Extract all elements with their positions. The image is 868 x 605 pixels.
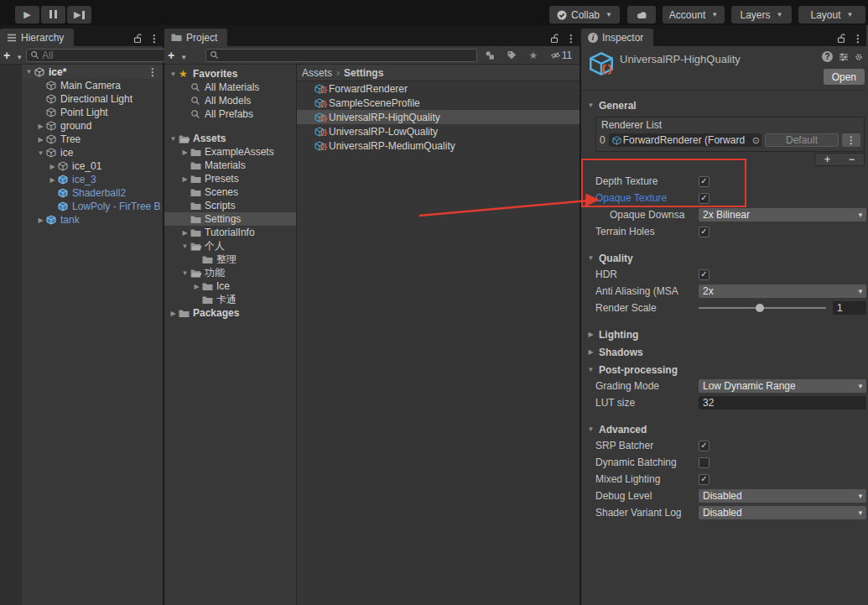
gear-icon[interactable] bbox=[855, 52, 863, 62]
asset-item[interactable]: {}ForwardRenderer bbox=[297, 81, 580, 96]
breadcrumb-current[interactable]: Settings bbox=[344, 67, 383, 79]
foldout-icon[interactable] bbox=[179, 269, 190, 277]
panel-menu-icon[interactable]: ⋮ bbox=[566, 34, 576, 44]
section-advanced[interactable]: Advanced bbox=[581, 421, 866, 437]
project-tree-item[interactable]: TutorialInfo bbox=[164, 226, 296, 239]
foldout-icon[interactable] bbox=[23, 68, 34, 76]
search-by-type-button[interactable] bbox=[481, 48, 499, 63]
project-tree-item[interactable]: 卡通 bbox=[164, 293, 296, 306]
opaque-downsampling-dropdown[interactable]: 2x Bilinear ▼ bbox=[699, 208, 866, 222]
account-dropdown[interactable]: Account ▼ bbox=[663, 6, 725, 23]
asset-item[interactable]: {}SampleSceneProfile bbox=[297, 96, 580, 110]
panel-menu-icon[interactable]: ⋮ bbox=[853, 34, 863, 44]
tab-project[interactable]: Project bbox=[164, 29, 227, 46]
section-general[interactable]: General bbox=[581, 97, 866, 113]
unlock-icon[interactable] bbox=[133, 34, 143, 44]
layers-dropdown[interactable]: Layers ▼ bbox=[731, 6, 792, 23]
create-button[interactable]: +▼ bbox=[3, 49, 23, 62]
layout-dropdown[interactable]: Layout ▼ bbox=[798, 6, 865, 23]
render-scale-value[interactable]: 1 bbox=[833, 301, 866, 315]
hierarchy-item[interactable]: Shaderball2 bbox=[0, 186, 163, 200]
foldout-icon[interactable] bbox=[35, 123, 46, 130]
step-button[interactable]: ▶ bbox=[67, 6, 91, 23]
mixed-lighting-checkbox[interactable]: ✓ bbox=[699, 474, 709, 485]
hierarchy-item[interactable]: ground bbox=[0, 119, 163, 133]
project-tree-item[interactable]: Ice bbox=[164, 279, 296, 293]
hierarchy-search[interactable] bbox=[26, 49, 176, 62]
breadcrumb-root[interactable]: Assets bbox=[302, 67, 332, 79]
section-lighting[interactable]: Lighting bbox=[581, 326, 866, 342]
renderer-object-field[interactable]: ForwardRenderer (Forward ⊙ bbox=[609, 133, 761, 147]
project-tree-item[interactable]: 个人 bbox=[164, 239, 296, 253]
opaque-texture-checkbox[interactable]: ✓ bbox=[699, 193, 709, 204]
hidden-packages-button[interactable]: 11 bbox=[546, 48, 576, 63]
project-tree-item[interactable]: ExampleAssets bbox=[164, 145, 296, 159]
hierarchy-item[interactable]: ice bbox=[0, 146, 163, 159]
anti-aliasing-dropdown[interactable]: 2x ▼ bbox=[699, 284, 866, 298]
panel-menu-icon[interactable]: ⋮ bbox=[149, 34, 159, 44]
project-tree-item[interactable]: Assets bbox=[164, 132, 296, 145]
tab-hierarchy[interactable]: Hierarchy bbox=[0, 29, 74, 46]
remove-renderer-button[interactable]: − bbox=[849, 154, 855, 165]
hierarchy-item[interactable]: LowPoly - FirTree B bbox=[0, 200, 163, 213]
section-post-processing[interactable]: Post-processing bbox=[581, 362, 866, 378]
foldout-icon[interactable] bbox=[179, 175, 190, 183]
project-tree-item[interactable]: 整理 bbox=[164, 253, 296, 266]
foldout-icon[interactable] bbox=[191, 283, 202, 290]
play-button[interactable]: ▶ bbox=[15, 6, 39, 23]
debug-level-dropdown[interactable]: Disabled ▼ bbox=[699, 489, 866, 503]
scene-row[interactable]: ice* ⋮ bbox=[22, 65, 163, 79]
dynamic-batching-checkbox[interactable] bbox=[699, 457, 709, 468]
terrain-holes-checkbox[interactable]: ✓ bbox=[699, 227, 709, 237]
hierarchy-item[interactable]: Main Camera bbox=[0, 79, 163, 92]
search-by-label-button[interactable] bbox=[502, 48, 521, 63]
hierarchy-item[interactable]: ice_01 bbox=[0, 159, 163, 173]
project-tree-item[interactable]: All Materials bbox=[164, 81, 296, 94]
project-tree-item[interactable]: Materials bbox=[164, 159, 296, 172]
project-tree-item[interactable]: All Prefabs bbox=[164, 107, 296, 121]
scene-menu-icon[interactable]: ⋮ bbox=[148, 67, 158, 77]
foldout-icon[interactable] bbox=[35, 149, 46, 157]
section-quality[interactable]: Quality bbox=[581, 250, 866, 266]
foldout-icon[interactable] bbox=[179, 229, 190, 237]
asset-item[interactable]: {}UniversalRP-HighQuality bbox=[297, 110, 580, 124]
hierarchy-search-input[interactable] bbox=[42, 50, 172, 61]
foldout-icon[interactable] bbox=[168, 70, 179, 78]
foldout-icon[interactable] bbox=[168, 135, 179, 143]
project-tree-item[interactable]: ★Favorites bbox=[164, 67, 296, 81]
cloud-button[interactable] bbox=[627, 6, 656, 23]
unlock-icon[interactable] bbox=[837, 34, 846, 44]
tab-inspector[interactable]: i Inspector bbox=[581, 29, 653, 46]
foldout-icon[interactable] bbox=[179, 149, 190, 156]
add-renderer-button[interactable]: + bbox=[824, 154, 830, 165]
hierarchy-item[interactable]: Point Light bbox=[0, 106, 163, 119]
asset-item[interactable]: {}UniversalRP-LowQuality bbox=[297, 124, 580, 138]
renderer-menu-button[interactable]: ⋮ bbox=[842, 133, 860, 147]
project-search[interactable] bbox=[205, 49, 477, 62]
srp-batcher-checkbox[interactable]: ✓ bbox=[699, 441, 709, 451]
project-tree-item[interactable]: Presets bbox=[164, 172, 296, 185]
render-scale-slider[interactable] bbox=[699, 301, 826, 315]
unlock-icon[interactable] bbox=[550, 34, 559, 44]
hierarchy-item[interactable]: Directional Light bbox=[0, 92, 163, 106]
hierarchy-item[interactable]: ice_3 bbox=[0, 173, 163, 186]
hierarchy-item[interactable]: tank bbox=[0, 213, 163, 227]
section-shadows[interactable]: Shadows bbox=[581, 344, 866, 360]
project-tree-item[interactable]: 功能 bbox=[164, 266, 296, 279]
presets-icon[interactable] bbox=[839, 52, 849, 62]
foldout-icon[interactable] bbox=[35, 216, 46, 224]
favorites-filter-button[interactable]: ★ bbox=[524, 48, 543, 63]
project-tree-item[interactable]: Settings bbox=[164, 212, 296, 226]
foldout-icon[interactable] bbox=[47, 176, 58, 184]
lut-size-input[interactable]: 32 bbox=[699, 396, 866, 409]
object-picker-icon[interactable]: ⊙ bbox=[752, 135, 760, 146]
depth-texture-checkbox[interactable]: ✓ bbox=[699, 176, 709, 187]
collab-button[interactable]: Collab ▼ bbox=[549, 6, 620, 23]
foldout-icon[interactable] bbox=[47, 163, 58, 170]
grading-mode-dropdown[interactable]: Low Dynamic Range ▼ bbox=[699, 379, 866, 393]
pause-button[interactable] bbox=[41, 6, 65, 23]
open-button[interactable]: Open bbox=[824, 69, 865, 85]
foldout-icon[interactable] bbox=[179, 243, 190, 250]
project-search-input[interactable] bbox=[221, 50, 473, 61]
foldout-icon[interactable] bbox=[168, 310, 179, 317]
